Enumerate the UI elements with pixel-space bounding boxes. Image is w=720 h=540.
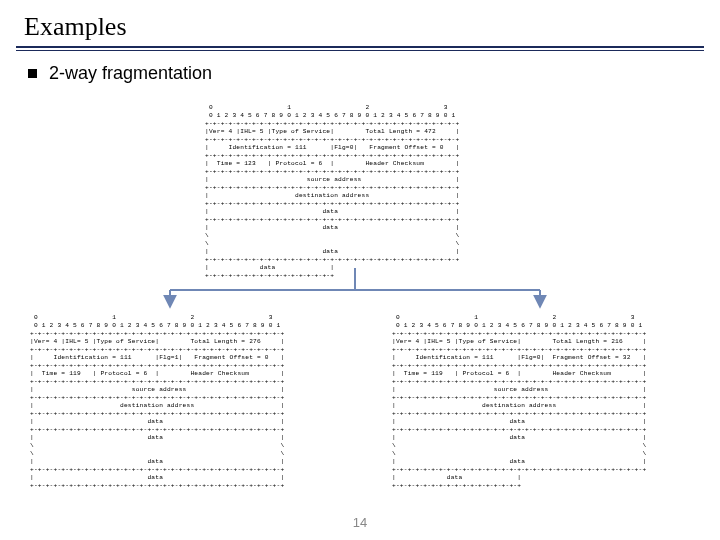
bullet-item: 2-way fragmentation	[22, 63, 698, 84]
ip-header-fragment-2: 0 1 2 3 0 1 2 3 4 5 6 7 8 9 0 1 2 3 4 5 …	[392, 314, 692, 490]
slide-title: Examples	[24, 12, 698, 42]
slide: Examples 2-way fragmentation 0 1 2 3 0 1…	[0, 0, 720, 540]
title-underline	[16, 46, 704, 51]
bullet-square-icon	[28, 69, 37, 78]
ip-header-fragment-1: 0 1 2 3 0 1 2 3 4 5 6 7 8 9 0 1 2 3 4 5 …	[30, 314, 330, 490]
bullet-text: 2-way fragmentation	[49, 63, 212, 84]
ip-header-original: 0 1 2 3 0 1 2 3 4 5 6 7 8 9 0 1 2 3 4 5 …	[205, 104, 505, 280]
page-number: 14	[0, 515, 720, 530]
